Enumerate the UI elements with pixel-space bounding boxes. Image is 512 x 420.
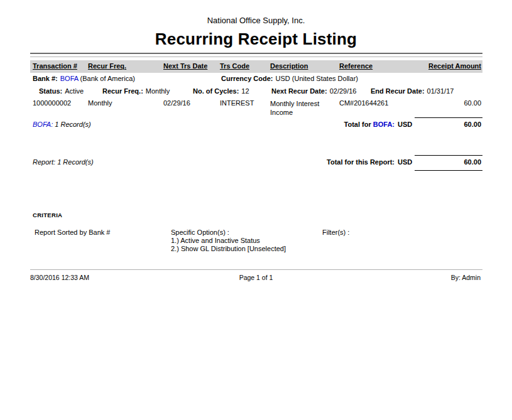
cell-amount: 60.00 (464, 99, 481, 107)
report-total-label: Total for this Report: (327, 158, 395, 166)
cell-description: Monthly Interest Income (270, 99, 334, 117)
table-header-row: Transaction # Recur Freq. Next Trs Date … (30, 60, 482, 73)
footer-generated-by: By: Admin (451, 274, 481, 281)
cell-next-trs-date: 02/29/16 (163, 99, 190, 107)
cell-transaction: 1000000002 (33, 99, 71, 107)
recur-freq-value: Monthly (146, 87, 170, 95)
column-trs-code: Trs Code (220, 62, 249, 70)
status-label: Status: (39, 87, 62, 95)
column-receipt-amount: Receipt Amount (428, 62, 481, 70)
end-recur-value: 01/31/17 (427, 87, 454, 95)
report-total-bottom-rule (415, 170, 482, 171)
bank-total-amount: 60.00 (464, 121, 481, 128)
end-recur-field: End Recur Date:01/31/17 (371, 87, 454, 95)
end-recur-label: End Recur Date: (371, 87, 425, 95)
page-title: Recurring Receipt Listing (0, 30, 512, 49)
recur-freq-label: Recur Freq.: (102, 87, 143, 95)
status-value: Active (65, 87, 84, 95)
bank-total-code-link[interactable]: BOFA: (373, 121, 395, 128)
next-recur-value: 02/29/16 (330, 87, 357, 95)
bank-total-currency: USD (398, 121, 412, 128)
report-record-count: Report: 1 Record(s) (33, 158, 94, 166)
column-reference: Reference (339, 62, 373, 70)
currency-code: Currency Code:USD (United States Dollar) (221, 75, 358, 82)
bank-group-code-link[interactable]: BOFA: (33, 121, 53, 128)
column-transaction: Transaction # (33, 62, 77, 70)
currency-label: Currency Code: (221, 75, 273, 82)
currency-value: USD (United States Dollar) (276, 75, 358, 82)
report-records-label: Report: (33, 158, 55, 166)
criteria-section: Report Sorted by Bank # Specific Option(… (30, 229, 482, 260)
criteria-filters-label: Filter(s) : (322, 229, 349, 236)
next-recur-label: Next Recur Date: (271, 87, 327, 95)
status-field: Status:Active (39, 87, 84, 95)
bank-header-line: Bank #:BOFA (Bank of America) Currency C… (30, 75, 482, 85)
column-next-trs-date: Next Trs Date (163, 62, 207, 70)
criteria-specific-options: Specific Option(s) : 1.) Active and Inac… (171, 229, 286, 253)
bank-name: (Bank of America) (80, 75, 135, 82)
cycles-label: No. of Cycles: (193, 87, 239, 95)
cell-recur-freq: Monthly (88, 99, 112, 107)
bank-records-text: 1 Record(s) (55, 121, 90, 128)
report-page: National Office Supply, Inc. Recurring R… (0, 0, 512, 420)
bank-total-line: BOFA: 1 Record(s) Total for BOFA: USD 60… (30, 121, 482, 131)
next-recur-field: Next Recur Date:02/29/16 (271, 87, 356, 95)
criteria-sorted-by: Report Sorted by Bank # (35, 229, 110, 236)
footer-divider (30, 269, 482, 270)
header-divider (30, 53, 482, 57)
specific-option-1: 1.) Active and Inactive Status (171, 237, 286, 245)
column-description: Description (270, 62, 308, 70)
report-total-top-rule (415, 155, 482, 156)
table-row: 1000000002 Monthly 02/29/16 INTEREST Mon… (30, 99, 482, 119)
report-records-text: 1 Record(s) (57, 158, 93, 166)
cycles-field: No. of Cycles:12 (193, 87, 249, 95)
recur-freq-field: Recur Freq.:Monthly (102, 87, 170, 95)
bank-code-link[interactable]: BOFA (60, 75, 79, 82)
specific-option-2: 2.) Show GL Distribution [Unselected] (171, 245, 286, 253)
bank-number-label: Bank #: (33, 75, 58, 82)
report-total-line: Report: 1 Record(s) Total for this Repor… (30, 158, 482, 168)
report-total-amount: 60.00 (464, 158, 481, 166)
bank-record-count: BOFA: 1 Record(s) (33, 121, 91, 128)
cell-trs-code: INTEREST (220, 99, 254, 107)
footer-page-number: Page 1 of 1 (0, 274, 512, 281)
company-name: National Office Supply, Inc. (0, 16, 512, 25)
cell-reference: CM#201644261 (339, 99, 388, 107)
column-recur-freq: Recur Freq. (88, 62, 126, 70)
recurrence-status-line: Status:Active Recur Freq.:Monthly No. of… (30, 87, 482, 97)
bank-total-label: Total for BOFA: (344, 121, 395, 128)
cycles-value: 12 (241, 87, 249, 95)
criteria-heading: CRITERIA (33, 212, 62, 218)
bank-total-prefix: Total for (344, 121, 371, 128)
specific-options-label: Specific Option(s) : (171, 229, 286, 237)
bank-number: Bank #:BOFA (Bank of America) (33, 75, 135, 82)
report-total-currency: USD (398, 158, 412, 166)
bank-total-rule (415, 117, 482, 118)
